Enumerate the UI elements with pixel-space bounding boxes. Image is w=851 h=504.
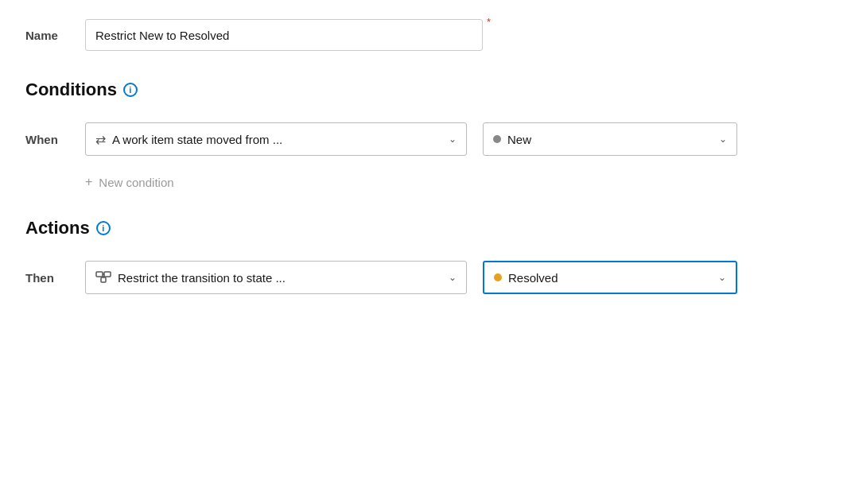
plus-icon: + bbox=[85, 175, 92, 189]
when-row: When ⇄ A work item state moved from ... … bbox=[25, 122, 826, 156]
conditions-section: Conditions i When ⇄ A work item state mo… bbox=[25, 79, 826, 189]
actions-title: Actions bbox=[25, 218, 90, 238]
action-dropdown-chevron: ⌄ bbox=[449, 272, 457, 283]
action-state-dot bbox=[494, 273, 502, 281]
transfer-icon: ⇄ bbox=[95, 132, 106, 147]
new-condition-label: New condition bbox=[99, 176, 173, 189]
conditions-title: Conditions bbox=[25, 79, 117, 100]
actions-header: Actions i bbox=[25, 218, 826, 238]
action-dropdown-content: Restrict the transition to state ... bbox=[95, 271, 441, 285]
svg-rect-1 bbox=[104, 272, 111, 277]
name-row: Name * bbox=[25, 19, 826, 51]
condition-state-content: New bbox=[493, 133, 711, 146]
condition-state-dropdown[interactable]: New ⌄ bbox=[483, 122, 737, 156]
condition-state-text: New bbox=[507, 133, 531, 146]
restrict-icon bbox=[95, 271, 111, 284]
action-state-dropdown[interactable]: Resolved ⌄ bbox=[483, 261, 737, 294]
action-dropdown-text: Restrict the transition to state ... bbox=[118, 271, 286, 285]
name-input-wrapper: * bbox=[85, 19, 483, 51]
new-condition-row[interactable]: + New condition bbox=[25, 175, 826, 189]
when-label: When bbox=[25, 133, 69, 146]
actions-section: Actions i Then Restrict the transition t… bbox=[25, 218, 826, 294]
condition-dropdown-text: A work item state moved from ... bbox=[112, 133, 282, 146]
then-label: Then bbox=[25, 271, 69, 285]
action-dropdown[interactable]: Restrict the transition to state ... ⌄ bbox=[85, 261, 467, 294]
name-label: Name bbox=[25, 29, 69, 42]
condition-dropdown-chevron: ⌄ bbox=[449, 134, 457, 145]
name-input[interactable] bbox=[85, 19, 483, 51]
svg-rect-3 bbox=[101, 277, 106, 282]
actions-info-icon[interactable]: i bbox=[96, 221, 111, 235]
action-state-content: Resolved bbox=[494, 271, 710, 285]
action-state-chevron: ⌄ bbox=[718, 272, 726, 283]
action-state-text: Resolved bbox=[508, 271, 558, 285]
condition-state-chevron: ⌄ bbox=[719, 134, 727, 145]
svg-rect-0 bbox=[96, 272, 103, 277]
then-row: Then Restrict the transition to state ..… bbox=[25, 261, 826, 294]
condition-dropdown[interactable]: ⇄ A work item state moved from ... ⌄ bbox=[85, 122, 467, 156]
conditions-info-icon[interactable]: i bbox=[123, 83, 138, 97]
conditions-header: Conditions i bbox=[25, 79, 826, 100]
required-asterisk: * bbox=[487, 16, 491, 28]
condition-state-dot bbox=[493, 135, 501, 143]
condition-dropdown-content: ⇄ A work item state moved from ... bbox=[95, 132, 441, 147]
